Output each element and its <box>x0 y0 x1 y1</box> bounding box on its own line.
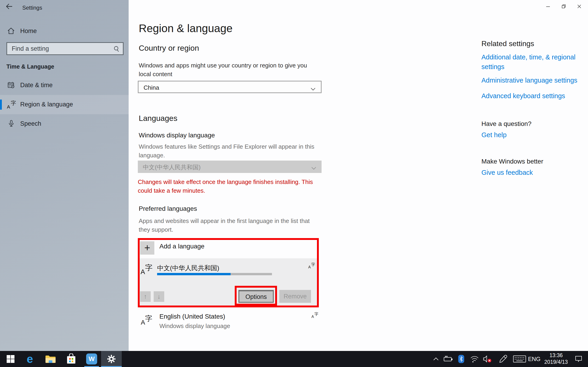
sidebar: Settings Home Time & Language Date & tim… <box>0 0 129 351</box>
search-box <box>6 42 124 55</box>
sidebar-item-speech[interactable]: Speech <box>0 114 129 133</box>
settings-window: Settings Home Time & Language Date & tim… <box>0 0 588 367</box>
sidebar-item-date-time[interactable]: Date & time <box>0 76 129 95</box>
sidebar-item-label: Speech <box>20 120 41 127</box>
settings-taskbar-button[interactable] <box>101 351 122 367</box>
move-up-button[interactable]: ↑ <box>140 291 151 302</box>
language-item-name: 中文(中华人民共和国) <box>157 264 219 273</box>
display-language-dropdown: 中文(中华人民共和国) <box>138 161 321 173</box>
chevron-down-icon <box>310 85 316 93</box>
selected-accent-bar <box>0 100 2 110</box>
battery-icon[interactable] <box>443 351 454 367</box>
install-progress-fill <box>157 273 231 275</box>
window-title: Settings <box>22 5 42 11</box>
close-button[interactable] <box>571 0 587 13</box>
restore-button[interactable] <box>556 0 571 13</box>
minimize-button[interactable] <box>540 0 556 13</box>
file-explorer-icon[interactable] <box>44 351 57 367</box>
link-additional-date-time-regional[interactable]: Additional date, time, & regional settin… <box>481 52 588 72</box>
preferred-languages-heading: Preferred languages <box>139 205 197 212</box>
link-administrative-language[interactable]: Administrative language settings <box>481 77 588 84</box>
link-get-help[interactable]: Get help <box>481 131 507 139</box>
edge-icon[interactable]: e <box>23 351 37 367</box>
sidebar-item-label: Date & time <box>20 82 52 89</box>
active-app-underline <box>101 366 122 367</box>
language-icon: 字 A <box>141 263 153 276</box>
display-language-badge-icon: 字 A <box>311 311 318 319</box>
related-settings-heading: Related settings <box>481 40 534 48</box>
microphone-icon <box>8 120 15 128</box>
country-dropdown-value: China <box>144 84 159 91</box>
language-item-subtitle: Windows display language <box>159 323 230 330</box>
have-question-heading: Have a question? <box>481 120 531 127</box>
country-heading: Country or region <box>139 44 199 52</box>
install-progress-bar <box>157 273 272 275</box>
search-input[interactable] <box>11 43 109 54</box>
move-down-button[interactable]: ↓ <box>154 291 164 302</box>
add-language-label: Add a language <box>159 243 204 250</box>
taskbar-date: 2019/4/13 <box>541 359 571 365</box>
language-item-english[interactable]: 字 A English (United States) Windows disp… <box>140 311 317 336</box>
country-description: Windows and apps might use your country … <box>139 61 307 78</box>
display-language-description: Windows features like Settings and File … <box>139 142 314 160</box>
language-item-name: English (United States) <box>159 313 225 320</box>
plus-icon: + <box>140 241 154 255</box>
language-icon: 字 A <box>141 314 152 326</box>
remove-button-label: Remove <box>284 293 307 300</box>
sidebar-section-header: Time & Language <box>6 63 54 70</box>
page-title: Region & language <box>139 22 233 35</box>
wps-office-icon[interactable]: W <box>85 351 99 367</box>
touch-keyboard-icon[interactable] <box>512 351 527 367</box>
sidebar-item-region-language[interactable]: 字 A Region & language <box>0 95 129 114</box>
action-center-icon[interactable] <box>573 351 584 367</box>
make-windows-better-heading: Make Windows better <box>481 158 543 165</box>
display-language-badge-icon: 字 A <box>308 262 315 269</box>
link-advanced-keyboard[interactable]: Advanced keyboard settings <box>481 92 588 100</box>
options-button-label: Options <box>245 293 267 300</box>
sidebar-item-label: Region & language <box>20 101 73 108</box>
tray-chevron-up-icon[interactable] <box>431 351 441 367</box>
home-icon <box>7 27 15 36</box>
store-icon[interactable] <box>64 351 78 367</box>
bluetooth-icon[interactable] <box>456 351 466 367</box>
options-button[interactable]: Options <box>238 290 274 303</box>
active-app-underline <box>84 366 99 367</box>
install-warning-text: Changes will take effect once the langua… <box>138 177 313 195</box>
start-button[interactable] <box>4 351 17 367</box>
preferred-languages-description: Apps and websites will appear in the fir… <box>139 217 310 234</box>
languages-heading: Languages <box>139 114 177 123</box>
display-language-value: 中文(中华人民共和国) <box>143 163 200 171</box>
taskbar-clock[interactable]: 13:36 2019/4/13 <box>541 352 571 365</box>
link-give-feedback[interactable]: Give us feedback <box>481 169 533 176</box>
wifi-icon[interactable] <box>469 351 480 367</box>
sidebar-item-label: Home <box>20 27 37 35</box>
search-icon[interactable] <box>113 45 120 53</box>
display-language-heading: Windows display language <box>139 132 215 139</box>
region-language-icon: 字 A <box>7 100 16 110</box>
input-language-indicator[interactable]: ENG <box>528 351 540 367</box>
country-dropdown[interactable]: China <box>138 81 321 93</box>
volume-muted-icon[interactable] <box>482 351 493 367</box>
back-button[interactable] <box>5 2 14 11</box>
pen-icon[interactable] <box>497 351 509 367</box>
chevron-down-icon <box>311 165 317 172</box>
taskbar: e W <box>0 351 588 367</box>
add-language-button[interactable]: + Add a language <box>140 240 317 258</box>
taskbar-time: 13:36 <box>541 352 571 359</box>
sidebar-item-home[interactable]: Home <box>0 22 129 41</box>
remove-button[interactable]: Remove <box>279 290 311 303</box>
calendar-clock-icon <box>7 81 15 90</box>
